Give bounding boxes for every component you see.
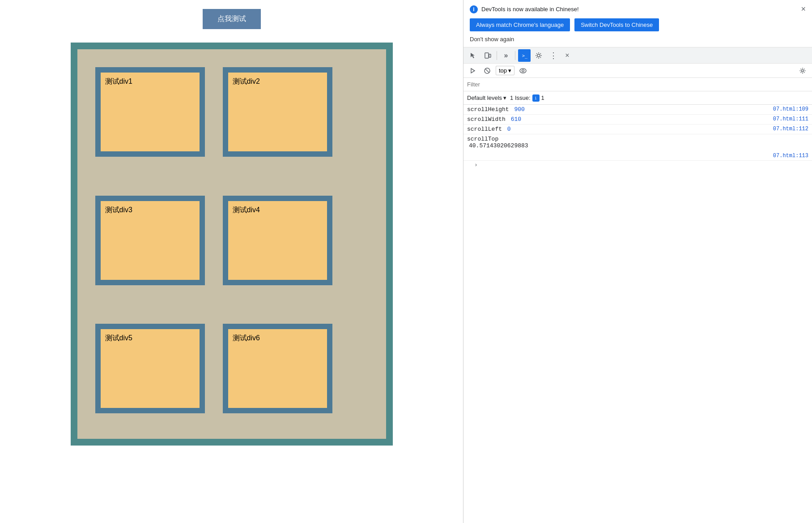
console-panel-button[interactable]: >_	[518, 49, 531, 62]
settings-button[interactable]	[532, 49, 545, 62]
svg-point-4	[537, 54, 540, 57]
test-button[interactable]: 点我测试	[203, 9, 261, 29]
close-notification-button[interactable]: ×	[801, 4, 806, 14]
log-link-scroll-width[interactable]: 07.html:111	[773, 116, 808, 122]
log-link-scroll-left[interactable]: 07.html:112	[773, 126, 808, 132]
log-entry-scroll-top: scrollTop 40.57143020629883 07.html:113	[463, 134, 812, 161]
log-key-scroll-height: scrollHeight 900	[467, 106, 769, 113]
devtools-toolbar: » >_ ⋮ ×	[463, 47, 812, 64]
devtools-notification: i DevTools is now available in Chinese! …	[463, 0, 812, 47]
levels-dropdown-icon: ▾	[503, 94, 506, 101]
browser-area: 点我测试 测试div1 测试div2	[0, 0, 463, 523]
div-box-4: 测试div4	[223, 196, 332, 285]
notification-buttons: Always match Chrome's language Switch De…	[470, 18, 806, 31]
svg-text:>_: >_	[522, 53, 528, 59]
filter-row	[463, 78, 812, 91]
toolbar-separator-2	[515, 51, 515, 60]
issues-badge: 1 Issue: i 1	[510, 94, 544, 102]
div-inner-2: 测试div2	[228, 73, 327, 151]
div-inner-6: 测试div6	[228, 329, 327, 408]
expand-arrow[interactable]: ›	[463, 161, 812, 169]
log-link-scroll-height[interactable]: 07.html:109	[773, 106, 808, 112]
issue-icon: i	[532, 94, 540, 102]
console-gear-icon	[799, 68, 806, 74]
div-inner-3: 测试div3	[101, 201, 200, 280]
notification-text: DevTools is now available in Chinese!	[481, 6, 579, 13]
toolbar-separator-1	[497, 51, 497, 60]
execute-button[interactable]	[467, 65, 479, 77]
top-context-selector[interactable]: top ▾	[496, 66, 514, 75]
settings-icon	[535, 52, 542, 59]
grid-cell-1: 测试div1	[86, 58, 214, 187]
grid-cell-4: 测试div4	[214, 187, 341, 315]
div-inner-4: 测试div4	[228, 201, 327, 280]
more-panels-icon: »	[504, 51, 508, 60]
div-label-3: 测试div3	[105, 206, 132, 215]
dont-show-row: Don't show again	[470, 36, 806, 43]
console-settings-button[interactable]	[797, 65, 808, 77]
inner-scroll[interactable]: 测试div1 测试div2 测试div3	[77, 49, 386, 439]
switch-chinese-button[interactable]: Switch DevTools to Chinese	[574, 18, 659, 31]
eye-button[interactable]	[517, 65, 529, 77]
console-icon: >_	[521, 52, 528, 59]
log-entry-scroll-width: scrollWidth 610 07.html:111	[463, 115, 812, 124]
div-label-1: 测试div1	[105, 77, 132, 86]
close-devtools-icon: ×	[565, 51, 569, 60]
svg-line-7	[485, 69, 489, 73]
dropdown-icon: ▾	[508, 67, 511, 74]
log-entry-scroll-left: scrollLeft 0 07.html:112	[463, 124, 812, 134]
devtools-toolbar2: top ▾	[463, 64, 812, 78]
grid-cell-2: 测试div2	[214, 58, 341, 187]
scroll-content: 测试div1 测试div2 测试div3	[77, 49, 350, 439]
div-label-6: 测试div6	[233, 334, 260, 343]
cursor-tool-button[interactable]	[467, 49, 480, 62]
div-label-2: 测试div2	[233, 77, 260, 86]
match-language-button[interactable]: Always match Chrome's language	[470, 18, 570, 31]
svg-rect-0	[485, 53, 489, 58]
div-box-5: 测试div5	[95, 324, 205, 413]
issues-prefix: 1 Issue:	[510, 94, 531, 101]
div-label-5: 测试div5	[105, 334, 132, 343]
kebab-menu-button[interactable]: ⋮	[547, 49, 559, 62]
log-key-scroll-top: scrollTop 40.57143020629883	[467, 136, 808, 149]
div-label-4: 测试div4	[233, 206, 260, 215]
devtools-panel: i DevTools is now available in Chinese! …	[463, 0, 812, 523]
log-entry-scroll-height: scrollHeight 900 07.html:109	[463, 105, 812, 115]
top-label: top	[499, 67, 507, 74]
grid-cell-5: 测试div5	[86, 315, 214, 439]
svg-point-9	[522, 69, 524, 72]
div-box-2: 测试div2	[223, 67, 332, 157]
issues-count: 1	[541, 94, 544, 101]
log-key-scroll-left: scrollLeft 0	[467, 126, 769, 133]
svg-marker-5	[471, 69, 475, 73]
kebab-icon: ⋮	[549, 51, 557, 60]
dont-show-link[interactable]: Don't show again	[470, 36, 514, 43]
div-box-1: 测试div1	[95, 67, 205, 157]
more-panels-button[interactable]: »	[500, 49, 512, 62]
info-icon: i	[470, 5, 478, 13]
block-icon	[484, 68, 490, 74]
play-icon	[470, 68, 476, 74]
clear-button[interactable]	[481, 65, 493, 77]
device-tool-button[interactable]	[481, 49, 494, 62]
log-link-scroll-top[interactable]: 07.html:113	[773, 153, 808, 159]
notification-info-row: i DevTools is now available in Chinese! …	[470, 4, 806, 14]
div-inner-5: 测试div5	[101, 329, 200, 408]
device-icon	[484, 52, 491, 59]
svg-point-8	[520, 69, 526, 73]
console-log: scrollHeight 900 07.html:109 scrollWidth…	[463, 105, 812, 523]
default-levels-button[interactable]: Default levels ▾	[467, 94, 506, 101]
levels-row: Default levels ▾ 1 Issue: i 1	[463, 91, 812, 105]
div-inner-1: 测试div1	[101, 73, 200, 151]
filter-input[interactable]	[467, 81, 808, 88]
eye-icon	[519, 68, 527, 73]
outer-container: 测试div1 测试div2 测试div3	[71, 43, 393, 446]
svg-point-10	[802, 69, 804, 72]
grid-cell-6: 测试div6	[214, 315, 341, 439]
cursor-icon	[470, 52, 477, 59]
default-levels-label: Default levels	[467, 94, 502, 101]
close-devtools-button[interactable]: ×	[561, 49, 574, 62]
log-key-scroll-width: scrollWidth 610	[467, 116, 769, 123]
div-box-3: 测试div3	[95, 196, 205, 285]
grid-cell-3: 测试div3	[86, 187, 214, 315]
